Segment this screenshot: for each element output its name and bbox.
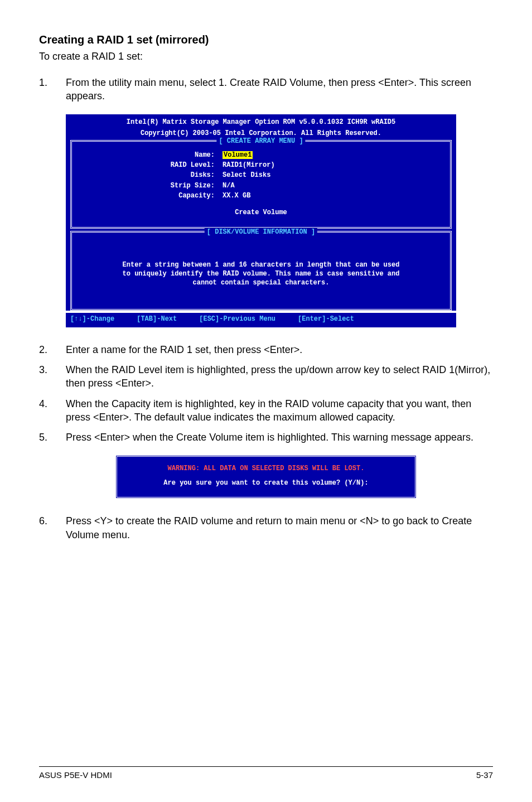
- field-raid-level: RAID Level: RAID1(Mirror): [78, 161, 444, 170]
- step-text: When the RAID Level item is highlighted,…: [66, 363, 493, 390]
- field-label: RAID Level:: [78, 161, 223, 170]
- step-number: 5.: [39, 431, 66, 444]
- disk-volume-legend: [ DISK/VOLUME INFORMATION ]: [205, 228, 317, 236]
- step-1: 1. From the utility main menu, select 1.…: [39, 76, 493, 103]
- instruction-line: to uniquely identify the RAID volume. Th…: [78, 269, 444, 278]
- instruction-line: Enter a string between 1 and 16 characte…: [78, 260, 444, 269]
- step-number: 3.: [39, 363, 66, 390]
- bios-header-line1: Intel(R) Matrix Storage Manager Option R…: [70, 118, 452, 127]
- field-disks: Disks: Select Disks: [78, 171, 444, 180]
- field-value: N/A: [223, 181, 235, 190]
- field-label: Name:: [78, 151, 223, 160]
- step-text: Enter a name for the RAID 1 set, then pr…: [66, 343, 493, 356]
- steps-list-end: 6. Press <Y> to create the RAID volume a…: [39, 514, 493, 542]
- steps-list-continued: 2. Enter a name for the RAID 1 set, then…: [39, 343, 493, 445]
- step-text: From the utility main menu, select 1. Cr…: [66, 76, 493, 103]
- step-2: 2. Enter a name for the RAID 1 set, then…: [39, 343, 493, 356]
- step-number: 6.: [39, 514, 66, 542]
- disk-volume-info-box: [ DISK/VOLUME INFORMATION ] Enter a stri…: [70, 231, 452, 311]
- instruction-line: cannot contain special characters.: [78, 278, 444, 287]
- footer-next: [TAB]-Next: [137, 315, 177, 323]
- name-value-highlight: Volume1: [223, 151, 253, 159]
- confirm-prompt: Are you sure you want to create this vol…: [123, 479, 409, 487]
- step-text: When the Capacity item is highlighted, k…: [66, 397, 493, 424]
- step-5: 5. Press <Enter> when the Create Volume …: [39, 431, 493, 444]
- step-3: 3. When the RAID Level item is highlight…: [39, 363, 493, 390]
- step-6: 6. Press <Y> to create the RAID volume a…: [39, 514, 493, 542]
- field-label: Strip Size:: [78, 181, 223, 190]
- footer-prev: [ESC]-Previous Menu: [199, 315, 275, 323]
- step-number: 2.: [39, 343, 66, 356]
- bios-screenshot: Intel(R) Matrix Storage Manager Option R…: [66, 114, 456, 327]
- field-label: Disks:: [78, 171, 223, 180]
- field-value: XX.X GB: [223, 191, 250, 200]
- step-4: 4. When the Capacity item is highlighted…: [39, 397, 493, 424]
- step-number: 4.: [39, 397, 66, 424]
- footer-change: [↑↓]-Change: [70, 315, 114, 323]
- section-title: Creating a RAID 1 set (mirrored): [39, 33, 493, 46]
- step-text: Press <Enter> when the Create Volume ite…: [66, 431, 493, 444]
- create-array-legend: [ CREATE ARRAY MENU ]: [216, 137, 305, 146]
- footer-select: [Enter]-Select: [298, 315, 354, 323]
- field-value: RAID1(Mirror): [223, 161, 275, 170]
- field-strip-size: Strip Size: N/A: [78, 181, 444, 190]
- warning-text: WARNING: ALL DATA ON SELECTED DISKS WILL…: [123, 465, 409, 472]
- create-volume-label: Create Volume: [78, 208, 444, 217]
- step-number: 1.: [39, 76, 66, 103]
- create-array-menu-box: [ CREATE ARRAY MENU ] Name: Volume1 RAID…: [70, 140, 452, 229]
- footer-left: ASUS P5E-V HDMI: [39, 770, 112, 780]
- step-text: Press <Y> to create the RAID volume and …: [66, 514, 493, 542]
- field-value: Select Disks: [223, 171, 270, 180]
- field-capacity: Capacity: XX.X GB: [78, 191, 444, 200]
- page-footer: ASUS P5E-V HDMI 5-37: [39, 766, 493, 780]
- bios-footer: [↑↓]-Change [TAB]-Next [ESC]-Previous Me…: [66, 313, 456, 327]
- intro-text: To create a RAID 1 set:: [39, 51, 493, 62]
- field-label: Capacity:: [78, 191, 223, 200]
- steps-list: 1. From the utility main menu, select 1.…: [39, 76, 493, 103]
- field-name: Name: Volume1: [78, 151, 444, 160]
- warning-dialog: WARNING: ALL DATA ON SELECTED DISKS WILL…: [115, 455, 417, 499]
- footer-right: 5-37: [476, 770, 493, 780]
